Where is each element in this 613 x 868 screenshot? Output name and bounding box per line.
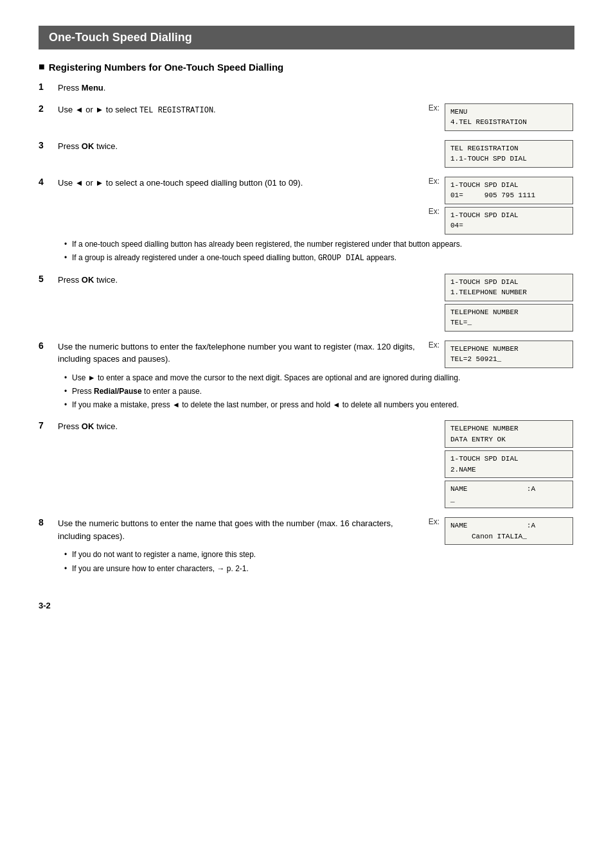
step-7-content: Press OK twice.	[58, 420, 420, 433]
step-8-content: Use the numeric buttons to enter the nam…	[58, 517, 420, 542]
step-1-key: Menu	[82, 83, 103, 93]
lcd-step-7b: 1-TOUCH SPD DIAL 2.NAME	[445, 450, 573, 478]
step-4: 4 Use ◄ or ► to select a one-touch speed…	[39, 177, 574, 265]
step-2: 2 Use ◄ or ► to select TEL REGISTRATION.…	[39, 103, 574, 131]
step-6: 6 Use the numeric buttons to enter the f…	[39, 341, 574, 412]
step-3: 3 Press OK twice. TEL REGISTRATION 1.1-T…	[39, 140, 574, 168]
lcd-step-5a: 1-TOUCH SPD DIAL 1.TELEPHONE NUMBER	[445, 274, 573, 301]
step-3-display: TEL REGISTRATION 1.1-TOUCH SPD DIAL	[427, 140, 574, 168]
step-1-content: Press Menu.	[58, 82, 574, 94]
step-8-num: 8	[39, 517, 51, 527]
step-1: 1 Press Menu.	[39, 82, 574, 94]
lcd-step-4b: 1-TOUCH SPD DIAL 04=	[445, 207, 573, 235]
lcd-step-5b: TELEPHONE NUMBER TEL=_	[445, 304, 573, 332]
step-4-num: 4	[39, 177, 51, 187]
step-6-notes: Use ► to enter a space and move the curs…	[58, 372, 574, 412]
step-1-num: 1	[39, 82, 51, 92]
lcd-step-2: MENU 4.TEL REGISTRATION	[445, 103, 573, 131]
lcd-step-6: TELEPHONE NUMBER TEL=2 50921_	[445, 341, 573, 368]
step-2-content: Use ◄ or ► to select TEL REGISTRATION.	[58, 103, 420, 131]
step-4-notes: If a one-touch speed dialling button has…	[58, 238, 574, 265]
lcd-step-8: NAME :A Canon ITALIA_	[445, 517, 573, 545]
step-5-num: 5	[39, 274, 51, 284]
lcd-step-3: TEL REGISTRATION 1.1-TOUCH SPD DIAL	[445, 140, 573, 168]
lcd-step-4a: 1-TOUCH SPD DIAL 01= 905 795 1111	[445, 177, 573, 204]
step-2-display: Ex: MENU 4.TEL REGISTRATION	[427, 103, 574, 131]
step-6-content: Use the numeric buttons to enter the fax…	[58, 341, 420, 366]
step-3-key: OK	[82, 141, 94, 151]
section-title: Registering Numbers for One-Touch Speed …	[39, 61, 574, 73]
step-5-content: Press OK twice.	[58, 274, 420, 287]
step-8-notes: If you do not want to register a name, i…	[58, 549, 574, 574]
step-8: 8 Use the numeric buttons to enter the n…	[39, 517, 574, 574]
step-5: 5 Press OK twice. 1-TOUCH SPD DIAL 1.TEL…	[39, 274, 574, 332]
page-title: One-Touch Speed Dialling	[49, 31, 564, 44]
step-7-num: 7	[39, 420, 51, 430]
step-5-key: OK	[82, 275, 94, 285]
step-7: 7 Press OK twice. TELEPHONE NUMBER DATA …	[39, 420, 574, 508]
step-3-content: Press OK twice.	[58, 140, 420, 168]
step-7-key: OK	[82, 421, 94, 431]
step-2-num: 2	[39, 103, 51, 131]
lcd-step-7c: NAME :A _	[445, 481, 573, 508]
lcd-step-7a: TELEPHONE NUMBER DATA ENTRY OK	[445, 420, 573, 448]
step-4-content: Use ◄ or ► to select a one-touch speed d…	[58, 177, 420, 190]
page-title-box: One-Touch Speed Dialling	[39, 26, 574, 49]
page-number: 3-2	[39, 601, 574, 610]
step-3-num: 3	[39, 140, 51, 168]
step-6-num: 6	[39, 341, 51, 351]
